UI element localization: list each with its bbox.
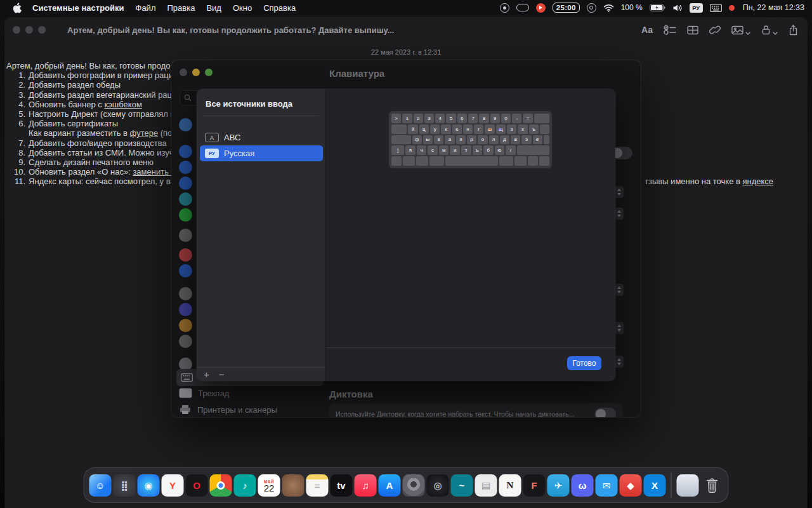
note-line: Как вариант разместить в футере (под [6,128,173,138]
menu-extra-1-icon[interactable] [500,3,509,13]
wifi-icon[interactable] [603,4,614,12]
dock-apple-tv[interactable]: tv [331,474,353,497]
input-source-АВС[interactable]: ААВС [200,130,323,145]
sheet-detail-pane: >1234567890-=йцукенгшщзхъфывапролджэё]яч… [326,89,615,381]
format-button[interactable]: Aa [641,25,653,35]
dock-light-board-app[interactable]: ▤ [475,474,497,497]
note-line-number: 8. [6,148,25,157]
key-н: н [463,124,473,134]
key-blank [539,156,549,166]
discord-like-app-glyph: ω [579,481,587,490]
dock-yandex-browser[interactable]: Y [162,474,184,497]
table-button[interactable] [687,25,698,35]
note-line: 5.Настроить Директ (схему отправлял вы [6,109,173,119]
menu-Файл[interactable]: Файл [136,3,156,13]
input-source-badge: А [205,133,219,142]
dock-app-store[interactable]: A [379,474,401,497]
note-inline-link[interactable]: кэшбеком [104,100,141,109]
menu-bar-clock[interactable]: Пн, 22 мая 12:33 [743,3,804,12]
key-blank [517,145,549,155]
menu-Окно[interactable]: Окно [233,3,252,13]
recording-indicator-icon[interactable] [729,5,735,11]
input-source-label: АВС [224,133,240,142]
dock-chrome[interactable] [210,474,232,497]
yandex-browser-glyph: Y [169,481,176,490]
dock-discord-like-app[interactable]: ω [572,474,594,497]
dock-figma-like-app[interactable]: F [523,474,546,497]
notes-toolbar: Aa [641,25,798,36]
trash-icon [704,477,719,493]
dock-separator [671,472,672,498]
apple-logo-icon[interactable] [13,3,22,13]
link-button[interactable] [709,25,721,35]
dock-opera[interactable]: O [186,474,208,497]
media-button[interactable] [731,25,750,35]
active-app-name[interactable]: Системные настройки [32,3,124,13]
dock-launchpad[interactable]: ⣿ [114,474,136,497]
dock-red-app[interactable]: ◆ [620,474,642,497]
fragment-link[interactable]: яндексе [743,177,774,186]
pomodoro-timer[interactable]: 25:00 [553,3,580,13]
battery-icon[interactable] [650,4,665,11]
add-input-source-button[interactable]: + [204,370,209,379]
record-play-icon[interactable] [536,3,546,13]
dock-trash[interactable] [701,474,723,497]
fragment-text: тзывы именно на точке в [645,177,743,186]
notes-lines[interactable]: Артем, добрый день! Вы как, готовы продо… [6,61,173,186]
keyboard-menu-icon[interactable] [710,4,722,12]
dock-vscode-like-app[interactable]: X [644,474,666,497]
menu-Справка[interactable]: Справка [263,3,296,13]
lock-button[interactable] [761,25,778,35]
key-а: а [445,135,454,145]
figma-like-app-glyph: F [531,481,537,490]
key-blank [391,135,411,145]
checklist-button[interactable] [664,25,676,35]
key--: - [512,114,521,123]
dock-teal-wave-app[interactable]: ~ [451,474,473,497]
key-6: 6 [457,114,467,123]
menu-extra-2-icon[interactable] [516,4,529,11]
dock-round-dark-app[interactable]: ◎ [427,474,449,497]
menu-extra-3-icon[interactable] [587,3,596,13]
menu-bar: Системные настройки ФайлПравкаВидОкноСпр… [0,0,812,15]
menu-Вид[interactable]: Вид [206,3,221,13]
input-source-Русская[interactable]: РУРусская [200,145,323,161]
sheet-title: Все источники ввода [206,99,292,109]
note-line: Артем, добрый день! Вы как, готовы продо [6,61,173,70]
dock-notion[interactable]: N [499,474,521,497]
menu-bar-menus: ФайлПравкаВидОкноСправка [130,3,302,13]
note-line: 8.Добавить статьи из СМИ. Можно изучи [6,148,173,157]
note-inline-link[interactable]: заменить и [133,167,173,177]
remove-input-source-button[interactable]: − [219,370,225,379]
dock-audio-app[interactable]: ♪ [234,474,256,497]
dock-blue-chat-app[interactable]: ✉ [596,474,618,497]
input-source-badge[interactable]: РУ [690,3,703,13]
dock-calendar[interactable]: МАЙ 22 [258,474,280,497]
volume-icon[interactable] [672,4,683,12]
dock-system-settings[interactable] [403,474,425,497]
dock-telegram[interactable]: ✈ [547,474,570,497]
menu-Правка[interactable]: Правка [167,3,195,13]
note-inline-link[interactable]: футере [130,128,159,138]
dock-notes-app[interactable]: ≡ [306,474,329,497]
done-button[interactable]: Готово [567,356,601,370]
dock-safari[interactable]: ◉ [138,474,160,497]
share-button[interactable] [789,25,798,36]
note-line-fragment[interactable]: тзывы именно на точке в яндексе [645,177,773,186]
dock-brown-circle-app[interactable] [282,474,304,497]
zoom-button[interactable] [38,26,46,34]
dock-folder[interactable] [677,474,699,497]
note-line-number: 1. [6,70,25,80]
dock-finder[interactable]: ☺ [89,474,112,497]
key-]: ] [391,145,404,155]
note-line-number: 7. [6,138,25,148]
audio-app-glyph: ♪ [242,481,247,490]
dock-music[interactable]: ♫ [355,474,377,497]
key-blank [499,156,513,166]
minimize-button[interactable] [25,26,33,34]
note-line: 10.Обновить раздел «О нас»: заменить и [6,167,173,177]
battery-percent: 100 % [621,3,643,12]
keyboard-preview: >1234567890-=йцукенгшщзхъфывапролджэё]яч… [389,111,552,168]
key-о: о [478,135,487,145]
close-button[interactable] [13,26,20,34]
